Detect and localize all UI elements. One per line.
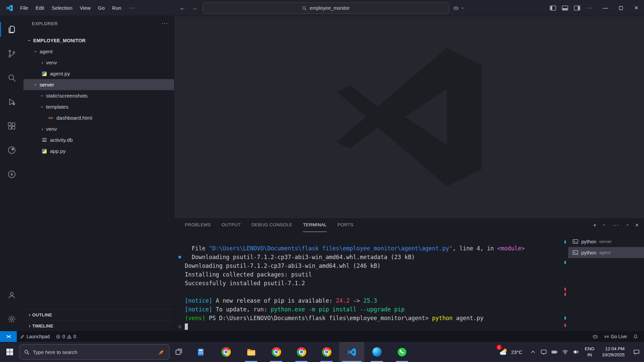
forward-button[interactable]: → xyxy=(191,4,199,12)
terminal-line: Downloading psutil-7.1.2-cp37-abi3-win_a… xyxy=(185,253,564,261)
start-button[interactable] xyxy=(0,342,19,362)
taskbar-app-chrome[interactable] xyxy=(289,342,314,362)
taskbar-app-chrome[interactable] xyxy=(314,342,339,362)
panel-tab-debug-console[interactable]: DEBUG CONSOLE xyxy=(252,218,292,232)
maximize-panel-button[interactable]: › xyxy=(625,222,630,228)
weather-widget[interactable]: 1 23°C xyxy=(493,342,528,362)
extensions-icon xyxy=(7,121,16,131)
toggle-sidebar-icon[interactable] xyxy=(550,5,556,11)
taskbar-app-calculator[interactable] xyxy=(188,342,213,362)
tree-item-activity-db[interactable]: activity.db xyxy=(23,134,174,145)
tree-item-templates[interactable]: ›templates xyxy=(23,101,174,112)
close-button[interactable]: × xyxy=(629,0,644,16)
minimize-button[interactable]: — xyxy=(598,0,613,16)
taskbar-app-chrome[interactable] xyxy=(213,342,238,362)
volume-icon[interactable] xyxy=(571,342,581,362)
account-icon xyxy=(7,290,16,300)
battery-icon[interactable] xyxy=(549,342,560,362)
problems-button[interactable]: 0 0 xyxy=(53,331,79,342)
activity-explorer-button[interactable] xyxy=(0,17,23,42)
tree-item-dashboard-html[interactable]: <>dashboard.html xyxy=(23,112,174,123)
terminal-text-segment: "D:\Users\LENOVO\Documents\flask files\e… xyxy=(209,245,453,252)
copilot-status-button[interactable] xyxy=(589,331,601,342)
new-terminal-button[interactable]: + xyxy=(593,222,596,228)
tree-item-static-screenshots[interactable]: ›static\screenshots xyxy=(23,90,174,101)
toggle-secondary-sidebar-icon[interactable] xyxy=(574,5,580,11)
terminal-profile-dropdown[interactable]: › xyxy=(602,222,607,228)
terminal-decoration-filled xyxy=(178,256,181,258)
menu-file[interactable]: File xyxy=(16,3,32,12)
panel-tab-problems[interactable]: PROBLEMS xyxy=(185,218,211,232)
back-button[interactable]: ← xyxy=(178,4,186,12)
tree-item-agent[interactable]: ›agent xyxy=(23,46,174,57)
tree-item-employee-monitor[interactable]: ›EMPLOYEE_MONITOR xyxy=(23,35,174,46)
customize-layout-button[interactable]: ··· xyxy=(586,5,592,11)
explorer-sidebar: EXPLORER ··· ›EMPLOYEE_MONITOR›agent›ven… xyxy=(23,16,174,331)
tree-item-venv[interactable]: ›venv xyxy=(23,123,174,134)
task-view-button[interactable] xyxy=(169,342,188,362)
clock[interactable]: 12:04 PM 10/29/2025 xyxy=(598,342,629,362)
menu-edit[interactable]: Edit xyxy=(32,3,48,12)
sidebar-section-outline[interactable]: ›OUTLINE xyxy=(23,309,174,320)
terminal-output[interactable]: File "D:\Users\LENOVO\Documents\flask fi… xyxy=(174,232,564,331)
maximize-button[interactable] xyxy=(613,0,629,16)
panel-tab-output[interactable]: OUTPUT xyxy=(221,218,240,232)
file-explorer-icon xyxy=(246,347,256,357)
language-indicator[interactable]: ENG IN xyxy=(581,342,598,362)
menu-overflow-button[interactable]: ··· xyxy=(125,3,139,13)
terminal-text-segment: <module> xyxy=(497,245,525,252)
panel-tab-terminal[interactable]: TERMINAL xyxy=(303,218,327,232)
tree-item-agent-py[interactable]: agent.py xyxy=(23,68,174,79)
warning-icon xyxy=(67,334,72,339)
toggle-panel-icon[interactable] xyxy=(562,5,568,11)
activity-thunder-client-button[interactable] xyxy=(0,162,23,186)
taskbar-app-whatsapp[interactable] xyxy=(389,342,415,362)
panel-tab-ports[interactable]: PORTS xyxy=(337,218,354,232)
terminal-tab-python-agent[interactable]: pythonagent xyxy=(568,247,644,258)
taskbar-search[interactable]: Type here to search xyxy=(19,344,169,360)
action-center-button[interactable] xyxy=(629,342,644,362)
taskbar-app-vscode[interactable] xyxy=(339,342,364,362)
panel-toolbar: + › ··· › × xyxy=(593,222,639,228)
taskbar-app-chrome[interactable] xyxy=(264,342,289,362)
command-center-search[interactable]: employee_monitor xyxy=(203,2,449,14)
views-and-more-actions-button[interactable]: ··· xyxy=(162,20,168,26)
network-wifi-icon[interactable] xyxy=(560,342,571,362)
tree-item-venv[interactable]: ›venv xyxy=(23,57,174,68)
terminal-text-segment: A new release of pip is available: xyxy=(212,297,336,304)
activity-run-debug-button[interactable] xyxy=(0,90,23,114)
terminal-tab-python-server[interactable]: pythonserver xyxy=(568,236,644,247)
tree-item-server[interactable]: ›server xyxy=(23,79,174,90)
launchpad-button[interactable]: Launchpad xyxy=(17,331,53,342)
file-icon-python xyxy=(42,148,47,154)
tree-item-app-py[interactable]: app.py xyxy=(23,145,174,157)
activity-extensions-button[interactable] xyxy=(0,114,23,138)
task-view-icon xyxy=(175,348,183,356)
taskbar-app-file-explorer[interactable] xyxy=(238,342,264,362)
close-panel-button[interactable]: × xyxy=(635,222,639,228)
region-label: IN xyxy=(587,352,592,358)
activity-api-client-button[interactable] xyxy=(0,138,23,162)
menu-go[interactable]: Go xyxy=(94,3,108,12)
activity-search-button[interactable] xyxy=(0,66,23,90)
activity-account-button[interactable] xyxy=(0,283,23,307)
menu-view[interactable]: View xyxy=(76,3,94,12)
notifications-bell-button[interactable] xyxy=(630,331,641,342)
notification-badge: 1 xyxy=(496,345,502,350)
activity-settings-button[interactable] xyxy=(0,307,23,331)
remote-indicator[interactable]: >< xyxy=(0,331,17,342)
search-highlight-leaf-icon xyxy=(157,348,165,356)
taskbar-app-edge[interactable] xyxy=(364,342,389,362)
menu-run[interactable]: Run xyxy=(108,3,125,12)
menu-selection[interactable]: Selection xyxy=(48,3,76,12)
temperature-label: 23°C xyxy=(511,349,523,355)
go-live-button[interactable]: Go Live xyxy=(601,331,630,342)
tray-expand-button[interactable] xyxy=(528,342,538,362)
display-icon[interactable] xyxy=(538,342,549,362)
activity-source-control-button[interactable] xyxy=(0,42,23,66)
sidebar-section-timeline[interactable]: ›TIMELINE xyxy=(23,320,174,331)
copilot-menu-button[interactable]: › xyxy=(453,5,466,11)
terminal-text-segment: python xyxy=(432,315,452,321)
terminal-scrollbar[interactable] xyxy=(564,232,568,331)
panel-more-actions-button[interactable]: ··· xyxy=(612,222,619,228)
